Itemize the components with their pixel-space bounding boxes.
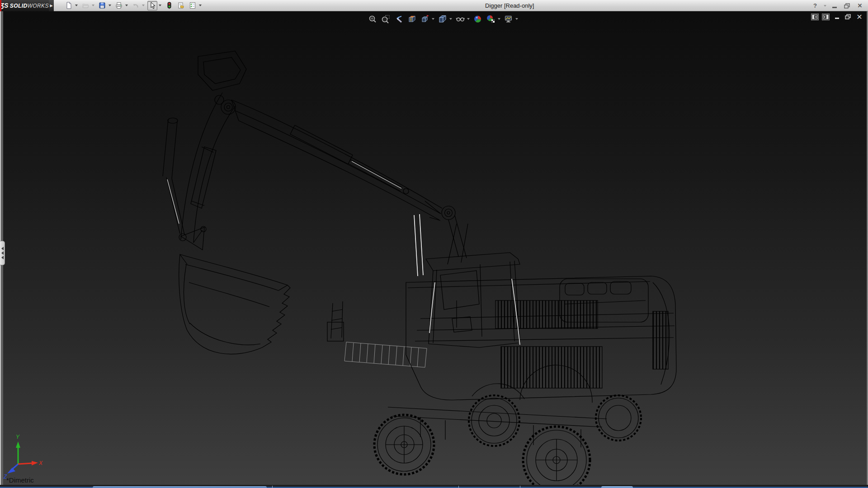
- minimize-button[interactable]: [829, 1, 840, 10]
- view-settings-dropdown[interactable]: [515, 18, 518, 20]
- view-orientation-dropdown[interactable]: [432, 18, 434, 20]
- select-button[interactable]: [147, 1, 157, 10]
- taskbar-separator: [458, 486, 459, 488]
- apply-scene-dropdown[interactable]: [498, 18, 500, 20]
- main-toolbar: [54, 1, 203, 10]
- new-button[interactable]: [64, 1, 74, 10]
- triad-y-label: Y: [16, 434, 20, 440]
- previous-view-button[interactable]: [394, 14, 404, 24]
- view-orientation-icon: [420, 14, 429, 23]
- traffic-light-icon: [165, 2, 173, 9]
- undo-dropdown[interactable]: [141, 1, 146, 10]
- save-button[interactable]: [97, 1, 107, 10]
- view-orientation-label: *Dimetric: [6, 476, 34, 484]
- menu-flyout-button[interactable]: ▶: [49, 0, 54, 11]
- restore-button[interactable]: [842, 1, 853, 10]
- taskbar-button-edge[interactable]: [601, 486, 633, 488]
- logo-brand-light: WORKS: [28, 3, 49, 9]
- collapse-pane-button[interactable]: [811, 14, 819, 20]
- pane-tab-arrow-icon: [1, 251, 4, 255]
- doc-restore-icon: [845, 14, 851, 19]
- undo-icon: [132, 2, 139, 9]
- boom-cylinder: [290, 125, 409, 194]
- open-dropdown[interactable]: [90, 1, 95, 10]
- view-orientation-button[interactable]: [420, 14, 430, 24]
- help-button[interactable]: ?: [810, 1, 821, 10]
- file-properties-button[interactable]: [176, 1, 186, 10]
- boom: [231, 100, 467, 258]
- taskbar-sliver[interactable]: [0, 485, 868, 488]
- help-dropdown[interactable]: [822, 1, 827, 10]
- section-view-button[interactable]: [407, 14, 417, 24]
- feature-manager-pane-tab[interactable]: [0, 241, 5, 265]
- options-button[interactable]: [188, 1, 198, 10]
- zoom-to-area-icon: [381, 14, 390, 23]
- model-wireframe-digger[interactable]: [0, 11, 868, 485]
- apply-scene-icon: [486, 14, 495, 23]
- save-floppy-icon: [99, 2, 106, 9]
- bucket: [179, 254, 290, 354]
- hide-show-items-dropdown[interactable]: [467, 18, 470, 20]
- minimize-icon: [832, 7, 837, 8]
- display-style-icon: [438, 14, 447, 23]
- window-title: Digger [Read-only]: [485, 0, 534, 11]
- wheel-front-left: [374, 415, 434, 474]
- previous-view-icon: [394, 14, 403, 23]
- pane-tab-arrow-icon: [1, 256, 4, 259]
- display-style-button[interactable]: [438, 14, 448, 24]
- close-button[interactable]: ✕: [854, 1, 865, 10]
- file-properties-icon: [177, 2, 184, 9]
- select-cursor-icon: [149, 2, 156, 9]
- apply-scene-button[interactable]: [486, 14, 496, 24]
- boom-elbow: [198, 51, 246, 114]
- zoom-to-area-button[interactable]: [381, 14, 391, 24]
- section-view-icon: [407, 14, 416, 23]
- bucket-linkage: [181, 226, 206, 250]
- print-dropdown[interactable]: [124, 1, 129, 10]
- title-bar: ƷSSOLIDWORKS ▶: [0, 0, 868, 11]
- display-style-dropdown[interactable]: [449, 18, 452, 20]
- headsup-view-toolbar: [368, 14, 518, 24]
- doc-close-button[interactable]: ✕: [855, 13, 863, 20]
- options-dropdown[interactable]: [198, 1, 203, 10]
- expand-pane-button[interactable]: [822, 14, 830, 20]
- collapse-pane-icon: [812, 14, 818, 19]
- triad-x-label: X: [38, 460, 43, 466]
- wheel-front-right: [523, 427, 590, 485]
- expand-pane-icon: [823, 14, 829, 19]
- new-dropdown[interactable]: [74, 1, 79, 10]
- arm: [181, 93, 235, 243]
- undo-button[interactable]: [131, 1, 141, 10]
- open-button[interactable]: [80, 1, 90, 10]
- save-dropdown[interactable]: [107, 1, 112, 10]
- document-window-controls: ✕: [811, 13, 863, 20]
- appearance-ball-icon: [473, 14, 482, 23]
- taskbar-separator: [520, 486, 520, 488]
- front-ladder: [327, 301, 344, 341]
- options-checklist-icon: [189, 2, 196, 9]
- edit-appearance-button[interactable]: [473, 14, 483, 24]
- zoom-to-fit-icon: [368, 14, 377, 23]
- rebuild-button[interactable]: [164, 1, 174, 10]
- select-dropdown[interactable]: [157, 1, 162, 10]
- open-folder-icon: [82, 2, 89, 9]
- hide-show-items-button[interactable]: [455, 14, 465, 24]
- taskbar-button-edge[interactable]: [93, 486, 267, 488]
- pane-tab-arrow-icon: [1, 247, 4, 250]
- body-deck: [406, 276, 676, 403]
- doc-minimize-button[interactable]: [833, 13, 841, 20]
- restore-icon: [844, 3, 850, 9]
- reference-triad: Y X Z: [3, 429, 48, 479]
- view-settings-icon: [504, 14, 513, 23]
- graphics-viewport[interactable]: ✕ Y X Z *Dimetric: [0, 11, 868, 485]
- print-button[interactable]: [114, 1, 124, 10]
- taskbar-separator: [272, 486, 273, 488]
- view-settings-button[interactable]: [504, 14, 514, 24]
- print-icon: [115, 2, 123, 9]
- zoom-to-fit-button[interactable]: [368, 14, 377, 24]
- doc-restore-button[interactable]: [844, 13, 852, 20]
- eyeglasses-icon: [456, 14, 465, 23]
- logo-accent-stripe: [0, 0, 1, 11]
- step-grate: [344, 342, 427, 367]
- doc-minimize-icon: [835, 18, 839, 19]
